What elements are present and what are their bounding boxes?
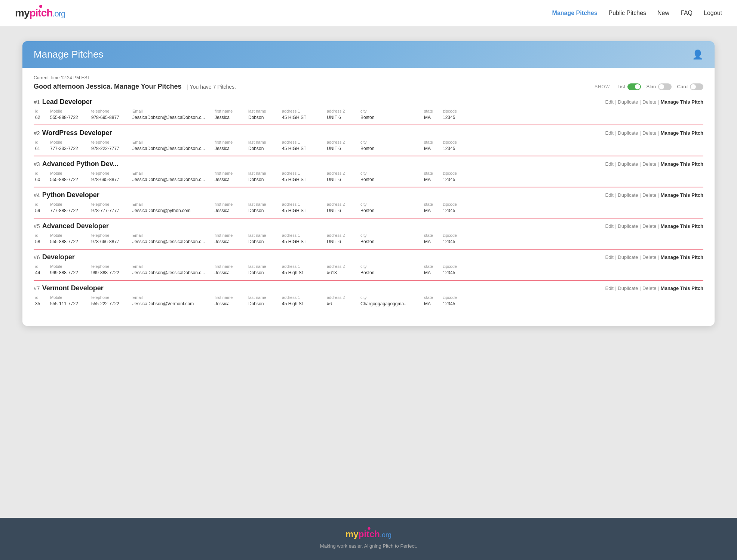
pitch-number: #1 <box>34 99 40 105</box>
footer-logo-dot-icon <box>368 527 371 530</box>
show-label: SHOW <box>595 84 610 89</box>
pitch-actions: Edit | Duplicate | Delete | Manage This … <box>605 99 704 105</box>
card-toggle[interactable] <box>690 83 703 90</box>
manage-this-pitch-link[interactable]: Manage This Pitch <box>661 192 703 198</box>
header: my pitch.org Manage Pitches Public Pitch… <box>0 0 737 26</box>
duplicate-link[interactable]: Duplicate <box>618 254 638 260</box>
delete-link[interactable]: Delete <box>642 161 657 167</box>
delete-link[interactable]: Delete <box>642 99 657 105</box>
card-toggle-label: Card <box>677 84 688 89</box>
list-toggle[interactable] <box>627 83 641 90</box>
pitch-fields-values: 62 555-888-7722 978-695-8877 JessicaDobs… <box>34 114 703 121</box>
edit-link[interactable]: Edit <box>605 99 614 105</box>
nav-public-pitches[interactable]: Public Pitches <box>609 10 647 16</box>
card-header: Manage Pitches 👤 <box>22 41 715 68</box>
pitch-number: #4 <box>34 192 40 198</box>
pitch-fields-header: id Mobile telephone Email first name las… <box>34 232 703 238</box>
nav-faq[interactable]: FAQ <box>681 10 693 16</box>
pitch-item: #2 WordPress Developer Edit | Duplicate … <box>34 129 703 156</box>
footer-logo-my: my <box>346 529 359 539</box>
pitch-number: #7 <box>34 285 40 291</box>
pitch-title-row: #5 Advanced Developer Edit | Duplicate |… <box>34 222 703 230</box>
logo-pitch: pitch <box>29 7 52 19</box>
slim-toggle-group: Slim <box>647 83 672 90</box>
slim-toggle[interactable] <box>658 83 672 90</box>
pitch-actions: Edit | Duplicate | Delete | Manage This … <box>605 192 704 198</box>
card-body: Current Time 12:24 PM EST Good afternoon… <box>22 68 715 326</box>
greeting-strong: Good afternoon Jessica. Manage Your Pitc… <box>34 83 181 90</box>
pitch-title-row: #6 Developer Edit | Duplicate | Delete |… <box>34 253 703 261</box>
duplicate-link[interactable]: Duplicate <box>618 99 638 105</box>
manage-this-pitch-link[interactable]: Manage This Pitch <box>661 130 703 136</box>
footer-logo: my pitch.org <box>7 529 730 539</box>
footer: my pitch.org Making work easier. Alignin… <box>0 518 737 560</box>
pitch-name: Lead Developer <box>42 98 92 106</box>
list-toggle-group: List <box>617 83 641 90</box>
manage-this-pitch-link[interactable]: Manage This Pitch <box>661 161 703 167</box>
logo-my: my <box>15 7 29 19</box>
pitch-name: WordPress Developer <box>42 129 112 137</box>
footer-tagline: Making work easier. Aligning Pitch to Pe… <box>7 543 730 549</box>
manage-this-pitch-link[interactable]: Manage This Pitch <box>661 285 703 291</box>
pitch-title-row: #3 Advanced Python Dev... Edit | Duplica… <box>34 160 703 168</box>
duplicate-link[interactable]: Duplicate <box>618 223 638 229</box>
edit-link[interactable]: Edit <box>605 192 614 198</box>
pitch-actions: Edit | Duplicate | Delete | Manage This … <box>605 254 704 260</box>
delete-link[interactable]: Delete <box>642 192 657 198</box>
edit-link[interactable]: Edit <box>605 161 614 167</box>
pitch-name: Python Developer <box>42 191 99 199</box>
logo: my pitch.org <box>15 7 65 19</box>
pitch-number: #5 <box>34 223 40 229</box>
delete-link[interactable]: Delete <box>642 223 657 229</box>
pitch-item: #1 Lead Developer Edit | Duplicate | Del… <box>34 98 703 125</box>
manage-this-pitch-link[interactable]: Manage This Pitch <box>661 254 703 260</box>
pitch-fields-header: id Mobile telephone Email first name las… <box>34 170 703 176</box>
greeting-section: Good afternoon Jessica. Manage Your Pitc… <box>34 83 236 91</box>
manage-pitches-card: Manage Pitches 👤 Current Time 12:24 PM E… <box>22 41 715 326</box>
pitch-fields-values: 35 555-111-7722 555-222-7722 JessicaDobs… <box>34 300 703 307</box>
pitch-actions: Edit | Duplicate | Delete | Manage This … <box>605 130 704 136</box>
pitch-name: Developer <box>42 253 75 261</box>
pitch-item: #4 Python Developer Edit | Duplicate | D… <box>34 191 703 218</box>
edit-link[interactable]: Edit <box>605 223 614 229</box>
pitch-item: #3 Advanced Python Dev... Edit | Duplica… <box>34 160 703 187</box>
footer-logo-org: .org <box>380 531 391 539</box>
nav-new[interactable]: New <box>657 10 669 16</box>
manage-this-pitch-link[interactable]: Manage This Pitch <box>661 99 703 105</box>
pitch-name: Advanced Developer <box>42 222 109 230</box>
logo-dot-icon <box>39 5 42 8</box>
duplicate-link[interactable]: Duplicate <box>618 130 638 136</box>
pitch-actions: Edit | Duplicate | Delete | Manage This … <box>605 223 704 229</box>
pitch-fields-values: 60 555-888-7722 978-695-8877 JessicaDobs… <box>34 176 703 183</box>
list-toggle-label: List <box>617 84 625 89</box>
pitch-title-row: #2 WordPress Developer Edit | Duplicate … <box>34 129 703 137</box>
pitch-actions: Edit | Duplicate | Delete | Manage This … <box>605 285 704 291</box>
duplicate-link[interactable]: Duplicate <box>618 161 638 167</box>
edit-link[interactable]: Edit <box>605 254 614 260</box>
duplicate-link[interactable]: Duplicate <box>618 192 638 198</box>
edit-link[interactable]: Edit <box>605 285 614 291</box>
delete-link[interactable]: Delete <box>642 254 657 260</box>
greeting-text: Good afternoon Jessica. Manage Your Pitc… <box>34 83 183 90</box>
list-toggle-knob <box>635 84 640 89</box>
pitch-fields-header: id Mobile telephone Email first name las… <box>34 294 703 300</box>
pitch-fields-header: id Mobile telephone Email first name las… <box>34 201 703 207</box>
greeting-row: Good afternoon Jessica. Manage Your Pitc… <box>34 83 703 91</box>
user-icon: 👤 <box>692 49 703 60</box>
pitch-fields-header: id Mobile telephone Email first name las… <box>34 108 703 114</box>
pitch-list: #1 Lead Developer Edit | Duplicate | Del… <box>34 98 703 311</box>
delete-link[interactable]: Delete <box>642 130 657 136</box>
manage-this-pitch-link[interactable]: Manage This Pitch <box>661 223 703 229</box>
duplicate-link[interactable]: Duplicate <box>618 285 638 291</box>
pitch-fields-values: 58 555-888-7722 978-666-8877 JessicaDobs… <box>34 238 703 245</box>
edit-link[interactable]: Edit <box>605 130 614 136</box>
pitch-fields-values: 59 777-888-7722 978-777-7777 JessicaDobs… <box>34 207 703 214</box>
pitch-actions: Edit | Duplicate | Delete | Manage This … <box>605 161 704 167</box>
delete-link[interactable]: Delete <box>642 285 657 291</box>
pitch-fields-values: 61 777-333-7722 978-222-7777 JessicaDobs… <box>34 145 703 152</box>
pitch-item: #7 Vermont Developer Edit | Duplicate | … <box>34 284 703 311</box>
nav-logout[interactable]: Logout <box>704 10 722 16</box>
card-toggle-knob <box>691 84 696 89</box>
pitch-title-row: #1 Lead Developer Edit | Duplicate | Del… <box>34 98 703 106</box>
nav-manage-pitches[interactable]: Manage Pitches <box>552 10 598 16</box>
